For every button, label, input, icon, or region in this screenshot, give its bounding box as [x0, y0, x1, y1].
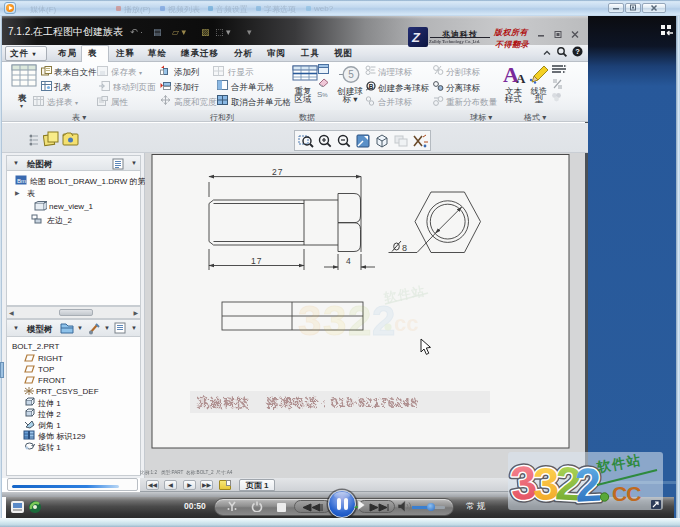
svg-text:27: 27 [272, 167, 283, 177]
svg-text:兆迪科技 咨询电话：010-82176248: 兆迪科技 咨询电话：010-82176248 [196, 396, 418, 410]
svg-text:?: ? [575, 47, 580, 56]
svg-text:3: 3 [323, 297, 346, 344]
svg-text:S%: S% [317, 90, 328, 99]
svg-text:A: A [516, 71, 526, 86]
svg-text:Bm: Bm [17, 178, 26, 184]
svg-text:17: 17 [251, 256, 262, 266]
svg-text:3: 3 [298, 297, 321, 344]
svg-text:2: 2 [372, 297, 395, 344]
svg-text:2: 2 [348, 297, 371, 344]
svg-text:cc: cc [394, 311, 418, 336]
svg-text:5: 5 [348, 69, 354, 80]
svg-text:软件站: 软件站 [595, 452, 643, 475]
svg-text:CC: CC [612, 482, 641, 505]
svg-text:B: B [369, 83, 374, 90]
svg-text:8: 8 [402, 243, 407, 253]
svg-text:4: 4 [346, 256, 351, 266]
